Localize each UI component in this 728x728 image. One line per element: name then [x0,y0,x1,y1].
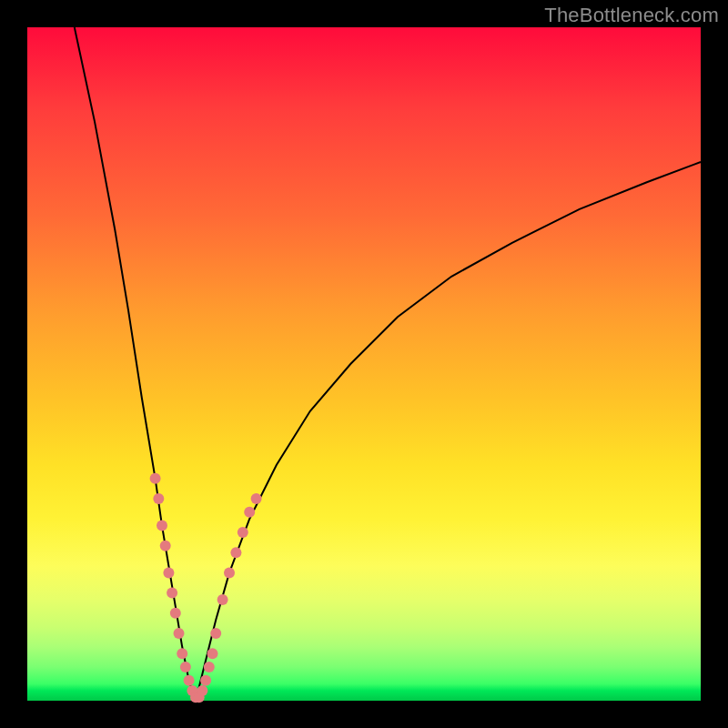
highlight-dot [177,648,187,659]
highlight-dot [210,628,221,639]
watermark-text: TheBottleneck.com [544,4,719,27]
highlight-dot [204,662,215,672]
highlight-dot [153,493,164,504]
highlight-dot [197,685,207,696]
highlight-dot [200,675,211,686]
highlight-dot [238,527,248,538]
right-branch-curve [196,162,701,701]
highlight-dot [217,594,228,605]
chart-svg [27,27,701,701]
highlight-dot [230,547,241,558]
highlight-dot [163,567,174,578]
chart-frame: TheBottleneck.com [0,0,728,728]
highlight-dot [184,675,195,686]
highlight-dot [251,493,262,504]
plot-area [27,27,701,701]
highlight-dot [167,588,177,599]
highlight-dot [180,662,191,672]
highlight-dot [170,608,181,619]
left-branch-curve [75,27,196,701]
highlight-dot [224,567,235,578]
highlight-dot [244,507,255,518]
highlight-dot [157,521,167,531]
highlight-dot [160,541,171,551]
highlight-dot [150,473,161,484]
highlight-dot [207,648,218,659]
highlight-dot [174,628,185,639]
highlight-dots-group [150,473,262,703]
